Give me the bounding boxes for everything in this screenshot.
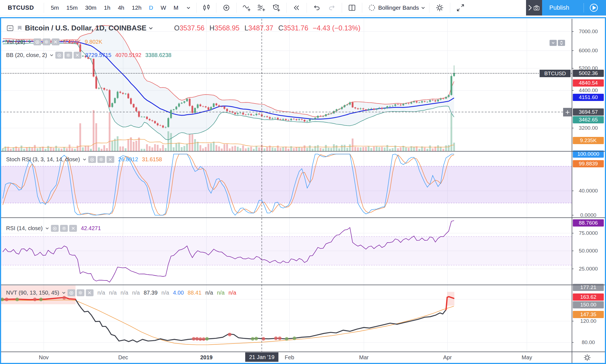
- settings-icon[interactable]: [43, 38, 50, 45]
- indicator-label-stoch[interactable]: Stoch RSI (3, 3, 14, 14, close): [6, 156, 80, 163]
- indicator-label-rsi[interactable]: RSI (14, close): [6, 225, 43, 232]
- indicator-label-bb[interactable]: BB (20, close, 2): [6, 52, 47, 58]
- remove-icon[interactable]: [74, 52, 81, 59]
- maximize-pane-button[interactable]: [558, 40, 565, 46]
- publish-label: Publish: [549, 4, 569, 11]
- axis-price-badge: 9.235K: [573, 137, 604, 144]
- timeframe-4h[interactable]: 4h: [118, 4, 124, 11]
- chart-title[interactable]: Bitcoin / U.S. Dollar, 1D, COINBASE: [25, 24, 146, 32]
- remove-icon[interactable]: [107, 156, 114, 163]
- indicator-value: n/a: [121, 290, 128, 296]
- axis-price-badge: 88.7606: [573, 219, 604, 227]
- title-chevron-down-icon[interactable]: [148, 25, 154, 31]
- publish-button[interactable]: Publish: [542, 0, 606, 15]
- axis-price-label: 40.0000: [573, 187, 604, 194]
- toggle-visibility-icon[interactable]: [88, 156, 96, 163]
- fullscreen-icon[interactable]: [453, 0, 468, 15]
- pane-divider[interactable]: [0, 217, 606, 218]
- indicator-template-button[interactable]: Bollinger Bands: [365, 0, 427, 15]
- indicator-value: 42.4271: [81, 225, 101, 231]
- snapshot-camera-block[interactable]: [526, 0, 542, 15]
- axis-price-label: 50.0000: [573, 247, 604, 254]
- pane-divider[interactable]: [0, 151, 606, 152]
- bar-replay-icon[interactable]: [289, 0, 304, 15]
- alert-icon[interactable]: [269, 0, 284, 15]
- toggle-visibility-icon[interactable]: [33, 38, 41, 45]
- indicator-row-nvt: NVT (90, 13, 150, 45)n/an/an/an/a87.39n/…: [6, 289, 236, 296]
- price-axis-border: [572, 19, 572, 363]
- indicator-values: 42.4271: [77, 225, 101, 232]
- timeframe-15m[interactable]: 15m: [66, 4, 78, 11]
- indicator-value: 4.00: [173, 290, 184, 296]
- timeframe-group: 5m15m30m1h4h12hDWM: [51, 4, 178, 11]
- camera-icon: [533, 4, 540, 12]
- indicator-label-nvt[interactable]: NVT (90, 13, 150, 45): [6, 290, 59, 296]
- symbol-label[interactable]: BTCUSD: [8, 4, 34, 11]
- axis-price-label: 3200.00: [573, 124, 604, 132]
- time-axis-label: Dec: [118, 354, 128, 361]
- timeframe-D[interactable]: D: [149, 4, 153, 11]
- ohlc-value: 3537.56: [180, 24, 204, 32]
- settings-icon[interactable]: [97, 156, 105, 163]
- settings-icon[interactable]: [60, 225, 68, 232]
- timeframe-30m[interactable]: 30m: [85, 4, 97, 11]
- indicator-row-vol: Vol (20)6.494K9.802K: [6, 38, 102, 45]
- timeframe-M[interactable]: M: [173, 4, 178, 11]
- flag-symbol-icon[interactable]: [16, 24, 24, 32]
- remove-icon[interactable]: [86, 289, 94, 296]
- toggle-visibility-icon[interactable]: [68, 289, 75, 296]
- ohlc-value: 3531.76: [283, 24, 308, 32]
- indicator-value: n/a: [229, 290, 236, 296]
- toggle-visibility-icon[interactable]: [51, 225, 59, 232]
- axis-price-badge: 163.62: [573, 293, 604, 301]
- scroll-down-button[interactable]: [550, 40, 557, 46]
- layout-icon[interactable]: [345, 0, 359, 15]
- timeframe-dropdown-chevron-icon[interactable]: [183, 0, 194, 15]
- axis-price-label: 6000.00: [573, 47, 604, 54]
- change-value: −4.43 (−0.13%): [313, 24, 360, 32]
- indicator-templates-icon[interactable]: [254, 0, 269, 15]
- time-axis-label: May: [522, 354, 532, 361]
- timeframe-1h[interactable]: 1h: [104, 4, 110, 11]
- crosshair-plus-button[interactable]: [563, 108, 572, 116]
- price-line-symbol-badge: BTCUSD: [540, 70, 571, 77]
- remove-icon[interactable]: [52, 38, 59, 45]
- indicator-value: 3729.5715: [85, 52, 112, 58]
- indicator-value: 88.41: [188, 290, 201, 296]
- indicator-value: 87.39: [144, 290, 157, 296]
- ohlc-letter: C: [278, 24, 283, 32]
- chart-type-candles-icon[interactable]: [199, 0, 214, 15]
- publish-divider: [584, 3, 584, 12]
- timeframe-12h[interactable]: 12h: [132, 4, 141, 11]
- crosshair-date-badge: 21 Jan '19: [245, 352, 278, 362]
- time-axis-settings-sun-icon[interactable]: [583, 353, 592, 362]
- undo-icon[interactable]: [309, 0, 324, 15]
- pane-divider[interactable]: [0, 285, 606, 285]
- ohlc-value: 3568.95: [214, 24, 239, 32]
- axis-price-badge: 99.8839: [573, 160, 604, 167]
- indicators-icon[interactable]: [239, 0, 254, 15]
- indicator-row-bb: BB (20, close, 2)3729.57154070.51923388.…: [6, 52, 171, 59]
- indicator-value: 4070.5192: [115, 52, 141, 58]
- chart-settings-gear-icon[interactable]: [432, 0, 447, 15]
- toolbar-divider: [286, 3, 287, 13]
- remove-icon[interactable]: [69, 225, 77, 232]
- timeframe-W[interactable]: W: [161, 4, 166, 11]
- settings-icon[interactable]: [64, 52, 72, 59]
- indicator-value: n/a: [217, 290, 225, 296]
- publish-play-icon[interactable]: [588, 2, 599, 13]
- axis-price-label: 4400.00: [573, 87, 604, 94]
- compare-icon[interactable]: [219, 0, 234, 15]
- indicator-template-label: Bollinger Bands: [378, 4, 419, 11]
- axis-price-badge: 5002.36: [573, 70, 604, 77]
- timeframe-5m[interactable]: 5m: [51, 4, 59, 11]
- axis-price-label: 25.0000: [573, 265, 604, 272]
- indicator-label-vol[interactable]: Vol (20): [6, 39, 25, 45]
- indicator-value: 26.8912: [118, 156, 138, 162]
- collapse-legend-icon[interactable]: [6, 24, 14, 32]
- toggle-visibility-icon[interactable]: [55, 52, 63, 59]
- indicator-value: n/a: [132, 290, 140, 296]
- settings-icon[interactable]: [77, 289, 84, 296]
- redo-icon[interactable]: [324, 0, 339, 15]
- chart-legend-row: Bitcoin / U.S. Dollar, 1D, COINBASE O353…: [6, 24, 361, 32]
